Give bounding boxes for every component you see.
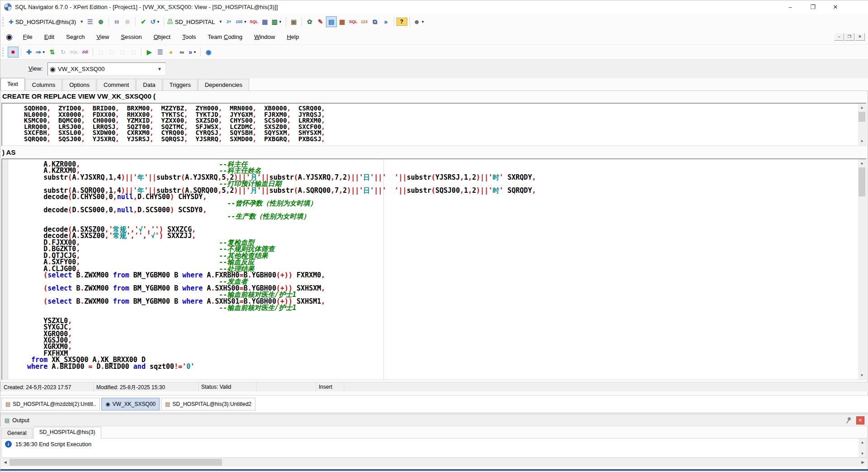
output-tab-sd-hospital-his-3-[interactable]: SD_HOSPITAL@his(3) [33,427,101,439]
menu-tools[interactable]: Tools [176,32,202,42]
toolbar-grip[interactable] [2,17,5,26]
tab-comment[interactable]: Comment [97,79,136,91]
scroll-down-icon[interactable]: ▼ [859,450,866,458]
menu-edit[interactable]: Edit [38,32,60,42]
save-to-db-icon[interactable]: ⇒▼ [34,47,47,57]
pin-icon[interactable] [844,416,853,424]
chart-icon[interactable]: ▣ [288,16,299,27]
menu-session[interactable]: Session [115,32,147,42]
menu-search[interactable]: Search [60,32,90,42]
chevron-down-icon[interactable]: ▼ [243,20,247,24]
mdi-restore-button[interactable]: ❐ [844,33,854,41]
execute-button[interactable]: ▶ [144,47,155,57]
scrollbar-thumb[interactable] [859,112,865,122]
close-button[interactable]: ✕ [825,0,846,14]
scroll-down-icon[interactable]: ▼ [858,138,866,145]
schema-combo[interactable]: 品 SD_HOSPITAL ▼ [166,16,224,27]
task-sequence-icon[interactable]: 123 [359,16,370,27]
more-actions-icon[interactable]: »▼ [187,47,198,57]
find-objects-icon[interactable]: ∞ [176,47,187,57]
menu-file[interactable]: File [17,32,38,42]
describe-icon[interactable]: 2+ [223,16,234,27]
chevron-down-icon[interactable]: ▼ [156,67,164,72]
tab-data[interactable]: Data [136,79,162,91]
help-icon[interactable]: ? [396,18,407,26]
scroll-right-icon[interactable]: ▶ [859,458,867,467]
chevron-down-icon[interactable]: ▼ [42,50,46,54]
menu-object[interactable]: Object [148,32,177,42]
tab-triggers[interactable]: Triggers [163,79,198,91]
restore-button[interactable]: ❐ [802,0,823,14]
session-combo[interactable]: ✚ SD_HOSPITAL@his(3) ▼ [8,16,85,27]
view-body-editor[interactable]: A.KZR000, --科主任 A.KZRXM0, --科主任姓名 substr… [1,158,867,380]
sql-optimizer-icon[interactable]: SQL [248,16,259,27]
explain-plan-icon[interactable]: ☰ [155,47,165,57]
chevron-down-icon[interactable]: ▼ [156,20,160,24]
doc-tab-sd-hospital-mzdzbl-2-untitl-[interactable]: ▤SD_HOSPITAL@mzdzbl(2):Untitl.. [1,398,100,410]
editor-toggle-icon[interactable]: ▤ [326,16,337,27]
edit-data-icon[interactable]: ✎ [315,16,326,27]
extract-ddl-icon[interactable]: ddl [80,47,90,57]
tab-columns[interactable]: Columns [25,79,62,91]
output-log-area[interactable]: i 15:36:30 End Script Execution ▲ ▼ [1,438,867,458]
mdi-close-button[interactable]: ✕ [855,33,865,41]
scroll-down-icon[interactable]: ▼ [858,372,866,379]
chevron-down-icon[interactable]: ▼ [80,19,84,24]
preferences-icon[interactable]: ☻▼ [412,16,426,27]
schedule-icon[interactable]: ▦ [337,16,348,27]
doc-tab-vw-xk-sxsq00[interactable]: ◉VW_XK_SXSQ00 [101,398,160,410]
code-line: where A.BRID00 = D.BRID00 and sqzt00!='0… [23,363,536,370]
rollback-icon[interactable]: ↺▼ [149,16,161,27]
scroll-left-icon[interactable]: ◀ [1,458,9,467]
pause-icon[interactable]: ▮▮ [111,16,122,27]
chevron-down-icon[interactable]: ▼ [193,50,197,54]
compile-icon[interactable]: ● [165,47,176,57]
record-button[interactable]: ● [8,47,19,57]
navigator-icon[interactable]: ◉ [203,47,214,57]
column-list-scrollbar[interactable]: ▲ ▼ [858,104,866,145]
tab-text[interactable]: Text [0,78,25,91]
chevron-down-icon[interactable]: ▼ [278,20,282,24]
chevron-down-icon[interactable]: ▼ [218,19,222,24]
add-item-icon[interactable]: ✚ [24,47,34,57]
scrollbar-thumb[interactable] [859,167,865,196]
web-support-icon[interactable]: ⊕ [95,16,106,27]
doc-tab-sd-hospital-his-3-untitled2[interactable]: ▤SD_HOSPITAL@his(3):Untitled2 [161,398,255,410]
view-combo[interactable]: ◉ VW_XK_SXSQ00 ▼ [47,62,166,76]
minimize-button[interactable]: – [780,0,801,14]
create-view-header: CREATE OR REPLACE VIEW VW_XK_SXSQ00 ( [2,92,156,100]
horizontal-scrollbar[interactable]: ◀ ▶ [1,458,867,467]
status-segment: Status: Valid [198,382,256,392]
sort-updown-icon[interactable]: ⇅ [47,47,58,57]
compare-windows-icon[interactable]: ⧉ [370,16,381,27]
scroll-up-icon[interactable]: ▲ [858,159,866,167]
body-scrollbar[interactable]: ▲ ▼ [858,159,866,379]
fast-forward-icon[interactable]: » [381,16,392,27]
fetch-limit-icon[interactable]: 100▼ [234,16,248,27]
scrollbar-thumb[interactable] [9,459,222,466]
export-table-icon[interactable]: ▥▼ [270,16,283,27]
sql-analyzer-icon[interactable]: SQL [348,16,359,27]
menu-window[interactable]: Window [248,32,281,42]
output-panel-icon: ▤ [5,417,9,424]
scroll-up-icon[interactable]: ▲ [859,439,866,446]
output-tab-general[interactable]: General [1,428,33,439]
data-grid-icon[interactable]: ▦ [259,16,270,27]
output-scrollbar[interactable]: ▲ ▼ [859,439,866,458]
chevron-down-icon[interactable]: ▼ [421,20,425,24]
menu-team-coding[interactable]: Team Coding [202,32,249,42]
column-list-editor[interactable]: SQDH00, ZYID00, BRID00, BRXM00, MZZYBZ, … [1,103,867,146]
sql-tracker-icon[interactable]: ☰ [85,16,95,27]
menu-help[interactable]: Help [281,32,305,42]
tab-options[interactable]: Options [62,79,96,91]
tab-dependencies[interactable]: Dependencies [198,79,249,91]
db-navigator-icon[interactable]: ✿ [304,16,315,27]
mdi-minimize-button[interactable]: – [834,33,844,41]
toolbar-grip[interactable] [2,48,5,57]
output-close-button[interactable]: ✕ [856,416,864,424]
sql-optimizer-icon: SQL [250,19,258,24]
scroll-up-icon[interactable]: ▲ [858,104,866,111]
output-panel-title: Output [12,417,29,424]
menu-view[interactable]: View [90,32,115,42]
commit-icon[interactable]: ✔ [138,16,149,27]
